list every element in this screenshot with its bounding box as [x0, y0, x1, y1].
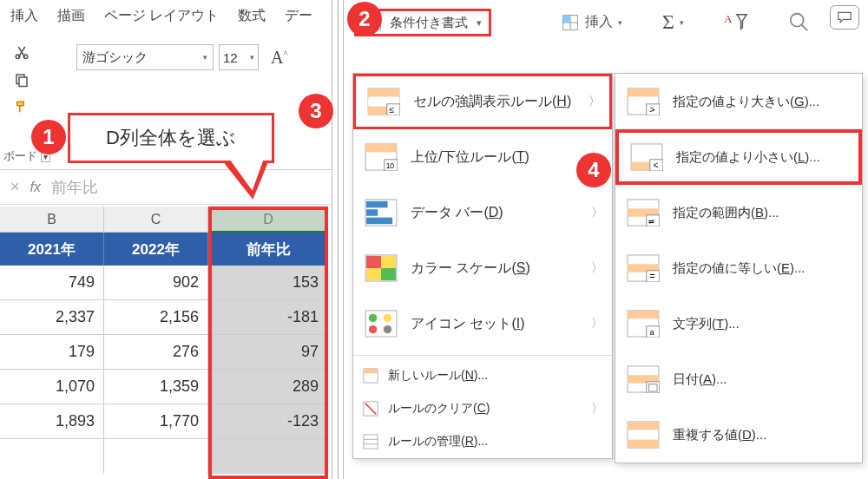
submenu-greater-than[interactable]: > 指定の値より大きい(G)...: [615, 74, 862, 129]
table-row: 179 276 97: [0, 335, 328, 370]
menu-label: 上位/下位ルール(T): [411, 148, 581, 167]
cell[interactable]: 749: [0, 266, 104, 300]
menu-label: 日付(A)...: [673, 371, 853, 388]
col-letter-b[interactable]: B: [0, 207, 104, 232]
menu-label: ルールの管理(R)...: [388, 434, 603, 449]
table-row: 1,070 1,359 289: [0, 370, 328, 404]
menu-label: 重複する値(D)...: [673, 427, 853, 443]
font-size-select[interactable]: 12 ▾: [219, 44, 259, 70]
header-row: 2021年 2022年 前年比: [0, 233, 328, 266]
menu-manage-rules[interactable]: ルールの管理(R)...: [353, 425, 612, 458]
icon-sets-icon: [362, 307, 400, 340]
menu-label: 指定の値より大きい(G)...: [673, 94, 853, 110]
copy-icon[interactable]: [12, 70, 31, 89]
font-controls: 游ゴシック ▾ 12 ▾ A^: [76, 44, 287, 70]
col-letter-c[interactable]: C: [104, 207, 208, 232]
cell[interactable]: 276: [104, 335, 208, 370]
menu-top-bottom-rules[interactable]: 10 上位/下位ルール(T) 〉: [353, 129, 612, 185]
tab-layout[interactable]: ページ レイアウト: [104, 7, 219, 25]
manage-rules-icon: [362, 433, 379, 450]
date-icon: [624, 363, 662, 396]
menu-clear-rules[interactable]: ルールのクリア(C) 〉: [353, 392, 612, 425]
svg-rect-47: [628, 89, 659, 96]
cell[interactable]: [208, 439, 328, 474]
formula-value[interactable]: 前年比: [51, 177, 98, 198]
chevron-down-icon: ▾: [250, 53, 254, 62]
submenu-text-contains[interactable]: a 文字列(T)...: [615, 296, 862, 351]
annotation-badge-3: 3: [299, 94, 333, 128]
cell[interactable]: 1,893: [0, 404, 104, 439]
tab-formula[interactable]: 数式: [238, 7, 266, 25]
menu-icon-sets[interactable]: アイコン セット(I) 〉: [353, 296, 612, 351]
submenu-equal-to[interactable]: = 指定の値に等しい(E)...: [615, 240, 862, 296]
left-pane: 挿入 描画 ページ レイアウト 数式 デー 游ゴシック ▾ 12 ▾: [0, 0, 332, 479]
fx-icon[interactable]: fx: [30, 180, 41, 195]
pane-divider[interactable]: [332, 0, 344, 479]
submenu-between[interactable]: ⇄ 指定の範囲内(B)...: [615, 185, 862, 240]
cell[interactable]: 153: [208, 266, 328, 300]
insert-cells-button[interactable]: 挿入 ▾: [561, 13, 622, 31]
tab-draw[interactable]: 描画: [57, 7, 85, 25]
svg-rect-3: [19, 77, 27, 87]
top-bottom-icon: 10: [362, 141, 400, 174]
cell[interactable]: 97: [208, 335, 328, 370]
cell[interactable]: -181: [208, 300, 328, 335]
cut-icon[interactable]: [12, 43, 31, 62]
equal-to-icon: =: [624, 252, 662, 285]
cell[interactable]: 2,156: [104, 300, 208, 335]
duplicate-icon: [624, 418, 662, 451]
column-letters-row: B C D: [0, 207, 328, 233]
less-than-icon: <: [628, 141, 666, 174]
submenu-duplicate[interactable]: 重複する値(D)...: [615, 407, 862, 463]
format-painter-icon[interactable]: [12, 98, 31, 117]
comment-icon[interactable]: [830, 5, 859, 30]
cell[interactable]: [0, 439, 104, 474]
font-name-select[interactable]: 游ゴシック ▾: [76, 44, 214, 70]
submenu-less-than[interactable]: < 指定の値より小さい(L)...: [615, 129, 862, 185]
svg-point-35: [369, 314, 377, 322]
header-prior-year[interactable]: 前年比: [208, 233, 328, 266]
cell[interactable]: 1,070: [0, 370, 104, 404]
highlight-rules-icon: ≤: [365, 85, 403, 118]
cancel-icon[interactable]: ×: [10, 178, 20, 196]
header-2021[interactable]: 2021年: [0, 233, 104, 266]
header-2022[interactable]: 2022年: [104, 233, 208, 266]
cell[interactable]: 289: [208, 370, 328, 404]
menu-label: データ バー(D): [411, 204, 581, 222]
cell[interactable]: 1,359: [104, 370, 208, 404]
annotation-badge-1: 1: [31, 120, 66, 154]
increase-font-icon[interactable]: A^: [271, 48, 287, 68]
menu-label: 文字列(T)...: [673, 316, 853, 332]
cell[interactable]: 179: [0, 335, 104, 370]
menu-new-rule[interactable]: 新しいルール(N)...: [353, 359, 612, 392]
cell[interactable]: -123: [208, 404, 328, 439]
cell[interactable]: 902: [104, 266, 208, 300]
svg-rect-63: [628, 311, 659, 318]
sort-filter-button[interactable]: A: [724, 11, 748, 34]
tab-data[interactable]: デー: [285, 7, 312, 25]
menu-highlight-rules[interactable]: ≤ セルの強調表示ルール(H) 〉: [353, 74, 612, 129]
menu-color-scales[interactable]: カラー スケール(S) 〉: [353, 240, 612, 296]
find-button[interactable]: [788, 11, 811, 34]
right-tool-row: 挿入 ▾ Σ ▾ A: [561, 10, 811, 34]
autosum-button[interactable]: Σ ▾: [662, 10, 684, 34]
menu-label: アイコン セット(I): [411, 315, 581, 333]
menu-data-bars[interactable]: データ バー(D) 〉: [353, 185, 612, 240]
spreadsheet: B C D 2021年 2022年 前年比 749 902 153 2,337 …: [0, 207, 328, 474]
svg-rect-30: [366, 256, 381, 268]
cell[interactable]: 1,770: [104, 404, 208, 439]
cf-label: 条件付き書式: [390, 15, 468, 31]
font-name-value: 游ゴシック: [82, 49, 148, 66]
chevron-down-icon: ▾: [203, 53, 207, 62]
submenu-date[interactable]: 日付(A)...: [615, 351, 862, 407]
svg-rect-28: [366, 218, 392, 225]
chevron-right-icon: 〉: [591, 205, 603, 220]
tab-insert[interactable]: 挿入: [10, 7, 38, 25]
cf-dropdown-menu: ≤ セルの強調表示ルール(H) 〉 10 上位/下位ルール(T) 〉 データ バ…: [352, 73, 613, 459]
cell[interactable]: 2,337: [0, 300, 104, 335]
menu-label: ルールのクリア(C): [388, 401, 582, 417]
svg-rect-71: [628, 422, 659, 430]
menu-separator: [353, 355, 612, 356]
cell[interactable]: [104, 439, 208, 474]
col-letter-d[interactable]: D: [208, 207, 328, 232]
